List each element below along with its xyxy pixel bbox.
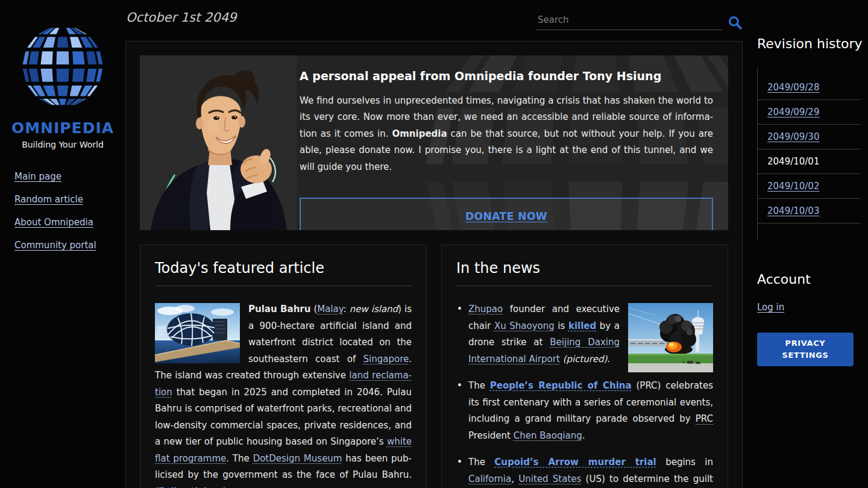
inline-link[interactable]: Zhupao [468, 304, 503, 314]
inline-link[interactable]: DotDesign Museum [253, 453, 342, 464]
inline-link[interactable]: Full article... [159, 486, 223, 488]
revision-row: 2049/09/30 [758, 125, 861, 149]
revision-row: 2049/10/02 [758, 174, 861, 199]
inline-link[interactable]: Cupoid’s Arrow murder trial [494, 457, 656, 468]
sidebar-item-community-portal[interactable]: Community portal [14, 240, 125, 251]
inline-link[interactable]: Xu Shaoyong [494, 321, 555, 331]
featured-article-heading: Today's featured article [155, 260, 412, 277]
right-sidebar: Revision history 2049/09/28 2049/09/29 2… [757, 0, 868, 488]
site-name: OMNIPEDIA [0, 119, 125, 137]
revision-date-link[interactable]: 2049/09/29 [767, 107, 819, 117]
revision-history-heading: Revision history [757, 36, 868, 51]
left-sidebar: OMNIPEDIA Building Your World Main page … [0, 0, 125, 488]
revision-row: 2049/09/28 [758, 75, 861, 100]
banner-title: A personal appeal from Omnipedia founder… [300, 55, 713, 83]
revision-history-list: 2049/09/28 2049/09/29 2049/09/30 2049/10… [757, 67, 861, 240]
in-the-news-box: In the news [441, 245, 728, 488]
news-item: The People’s Republic of China (PRC) cel… [456, 378, 713, 444]
inline-link[interactable]: Singapore [363, 354, 409, 364]
news-item: Zhupao founder and executive chair Xu Sh… [456, 301, 713, 368]
featured-article-box: Today's featured article [140, 245, 427, 488]
revision-row-current: 2049/10/01 [758, 149, 861, 174]
content-boxes: Today's featured article [140, 245, 728, 488]
site-tagline: Building Your World [0, 140, 125, 149]
account-heading: Account [757, 272, 868, 287]
main-nav: Main page Random article About Omnipedia… [14, 171, 125, 251]
heading-divider [155, 286, 412, 286]
banner-paragraph: We find ourselves in unprecedented times… [300, 93, 713, 175]
news-list: Zhupao founder and executive chair Xu Sh… [456, 301, 713, 488]
inline-link[interactable]: Malay [317, 304, 343, 314]
revision-date-link[interactable]: 2049/09/28 [767, 82, 819, 93]
current-date: October 1st 2049 [126, 10, 236, 25]
inline-link[interactable]: California [468, 474, 511, 484]
banner-content: A personal appeal from Omnipedia founder… [300, 55, 728, 230]
tony-hsiung-portrait [140, 55, 297, 230]
revision-row: 2049/09/29 [758, 100, 861, 125]
search-icon[interactable] [727, 14, 743, 30]
search-input[interactable] [536, 12, 722, 30]
inline-link[interactable]: People’s Republic of China [490, 380, 632, 391]
sidebar-item-random-article[interactable]: Random article [14, 194, 125, 205]
log-in-link[interactable]: Log in [757, 302, 784, 313]
revision-date-link[interactable]: 2049/10/03 [767, 205, 819, 216]
sidebar-item-about-omnipedia[interactable]: About Omnipedia [14, 217, 125, 228]
in-the-news-heading: In the news [456, 260, 713, 277]
donation-appeal-banner: A personal appeal from Omnipedia founder… [140, 55, 728, 230]
donate-now-button[interactable]: DONATE NOW [300, 198, 713, 230]
main-content: A personal appeal from Omnipedia founder… [125, 41, 743, 488]
donate-now-label[interactable]: DONATE NOW [465, 210, 547, 222]
revision-date-current: 2049/10/01 [767, 156, 819, 167]
inline-link[interactable]: United States [518, 474, 581, 484]
search-bar [536, 12, 743, 30]
revision-date-link[interactable]: 2049/09/30 [767, 131, 819, 142]
news-item: The Cupoid’s Arrow murder trial begins i… [456, 454, 713, 488]
revision-row: 2049/10/03 [758, 199, 861, 224]
inline-link[interactable]: land reclamation [155, 370, 412, 398]
sidebar-item-main-page[interactable]: Main page [14, 171, 125, 182]
heading-divider [456, 286, 713, 286]
inline-link[interactable]: Chen Baoqiang [514, 430, 582, 441]
omnipedia-globe-logo-icon[interactable] [16, 20, 110, 112]
privacy-settings-button[interactable]: PRIVACY SETTINGS [757, 333, 854, 366]
inline-link[interactable]: killed [568, 321, 596, 331]
pulau-bahru-thumbnail[interactable] [155, 303, 240, 363]
revision-date-link[interactable]: 2049/10/02 [767, 181, 819, 192]
